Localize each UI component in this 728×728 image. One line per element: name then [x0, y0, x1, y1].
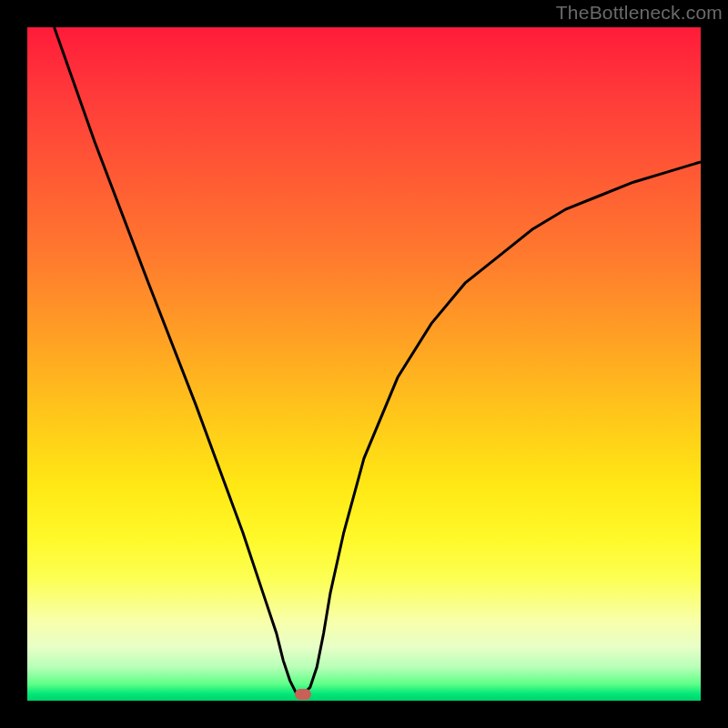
plot-area: [27, 27, 701, 701]
watermark-text: TheBottleneck.com: [556, 2, 723, 24]
current-point-marker: [295, 689, 311, 700]
curve-path: [55, 27, 701, 694]
chart-frame: [27, 27, 701, 701]
bottleneck-curve: [27, 27, 701, 701]
